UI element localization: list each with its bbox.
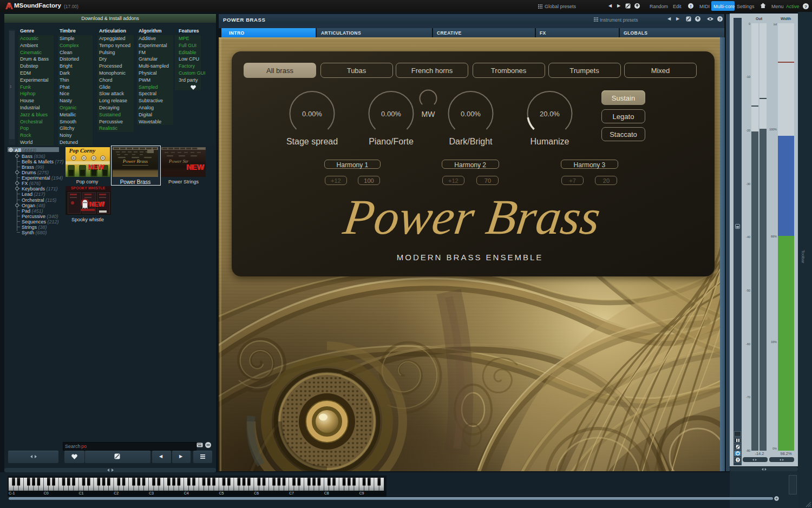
svg-text:!: ! bbox=[690, 4, 692, 9]
svg-text:?: ? bbox=[804, 4, 807, 9]
svg-text:?: ? bbox=[737, 458, 739, 461]
svg-text:?: ? bbox=[719, 17, 722, 22]
